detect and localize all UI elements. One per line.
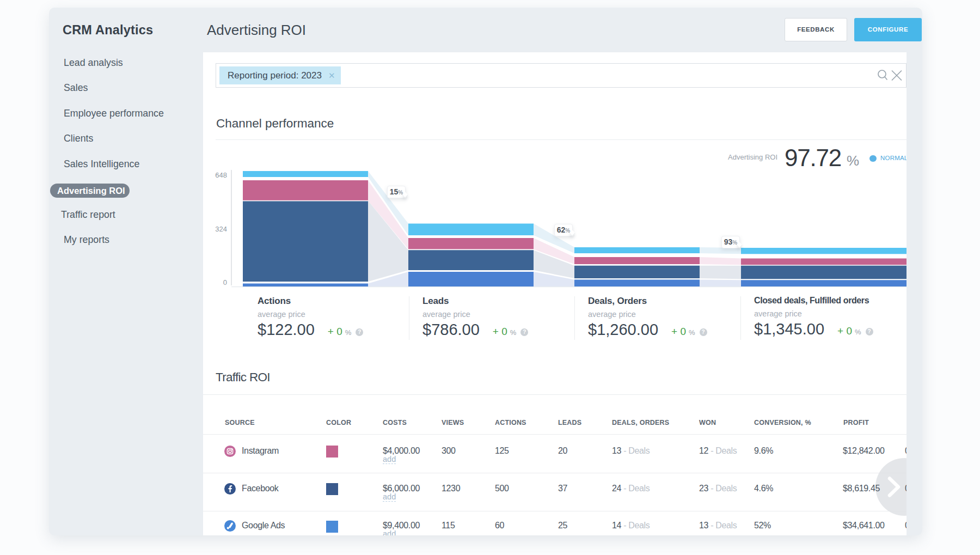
- svg-text:648: 648: [215, 171, 227, 179]
- svg-text:324: 324: [215, 225, 227, 233]
- svg-text:0: 0: [223, 278, 227, 286]
